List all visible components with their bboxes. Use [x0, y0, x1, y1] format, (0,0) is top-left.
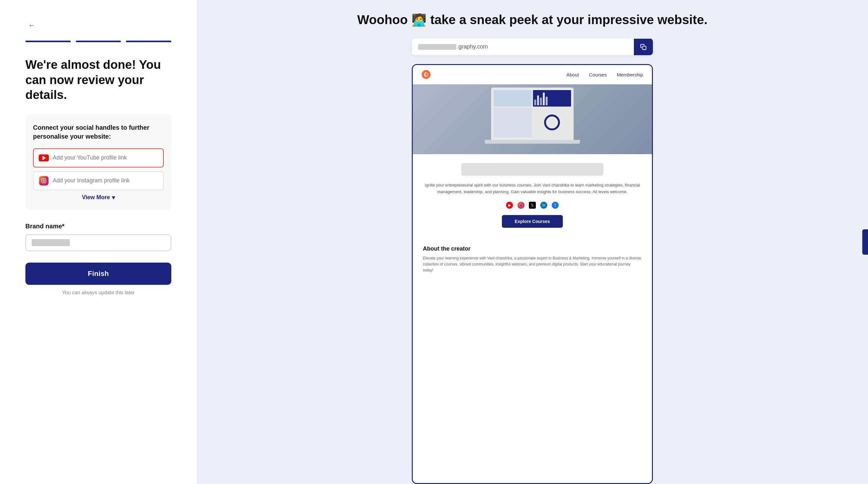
preview-x-icon: 𝕏 — [529, 202, 536, 209]
preview-about-title: About the creator — [423, 246, 642, 252]
preview-description: Ignite your entrepreneurial spirit with … — [423, 182, 642, 195]
chevron-down-icon: ▾ — [112, 194, 115, 201]
url-bar-text: .graphy.com — [412, 38, 634, 55]
laptop-base — [485, 140, 580, 144]
svg-rect-0 — [41, 179, 46, 183]
view-more-section: View More ▾ — [33, 194, 164, 201]
preview-youtube-icon: ▶ — [506, 202, 513, 209]
preview-logo — [422, 70, 431, 79]
nav-membership: Membership — [617, 72, 643, 77]
update-note: You can always update this later — [25, 290, 171, 296]
preview-inner: About Courses Membership — [413, 65, 652, 483]
svg-point-1 — [43, 180, 44, 182]
preview-linkedin-icon: in — [540, 202, 547, 209]
preview-content-section: Ignite your entrepreneurial spirit with … — [413, 154, 652, 246]
page-heading: We're almost done! You can now review yo… — [25, 57, 171, 103]
laptop-screen — [491, 88, 574, 140]
view-more-link[interactable]: View More ▾ — [82, 194, 115, 201]
youtube-input-row — [33, 149, 164, 167]
progress-step-3 — [126, 41, 171, 42]
copy-icon — [640, 44, 647, 50]
progress-bar-container — [25, 41, 171, 42]
brand-name-label: Brand name* — [25, 223, 171, 230]
preview-social-icons: ▶ ◯ 𝕏 in f — [423, 202, 642, 209]
brand-name-input-wrap — [25, 234, 171, 251]
svg-point-2 — [45, 179, 45, 180]
preview-about-text: Elevate your learning experience with Va… — [423, 255, 642, 274]
youtube-input[interactable] — [53, 155, 158, 161]
youtube-icon — [39, 153, 49, 163]
left-panel: ← We're almost done! You can now review … — [0, 0, 197, 484]
instagram-input[interactable] — [53, 177, 158, 184]
back-button[interactable]: ← — [25, 19, 38, 32]
nav-about: About — [566, 72, 579, 77]
side-tab[interactable] — [862, 229, 868, 255]
finish-button[interactable]: Finish — [25, 263, 171, 285]
url-placeholder-block — [418, 44, 456, 50]
screen-cell-4 — [533, 108, 571, 138]
nav-courses: Courses — [589, 72, 607, 77]
preview-nav-links: About Courses Membership — [566, 72, 643, 77]
circle-chart — [544, 115, 560, 130]
laptop-visual — [478, 88, 586, 151]
url-bar: .graphy.com — [412, 38, 653, 55]
preview-instagram-icon: ◯ — [518, 202, 524, 209]
instagram-input-row — [33, 171, 164, 190]
social-card-title: Connect your social handles to further p… — [33, 123, 164, 141]
progress-step-2 — [76, 41, 121, 42]
brand-name-input[interactable] — [32, 239, 165, 246]
preview-title-placeholder — [461, 163, 604, 176]
instagram-icon — [39, 176, 49, 186]
progress-step-1 — [25, 41, 71, 42]
preview-nav: About Courses Membership — [413, 65, 652, 84]
social-card: Connect your social handles to further p… — [25, 114, 171, 210]
preview-explore-button[interactable]: Explore Courses — [502, 215, 562, 228]
screen-cell-1 — [494, 90, 532, 106]
preview-about-section: About the creator Elevate your learning … — [413, 246, 652, 283]
preview-facebook-icon: f — [552, 202, 559, 209]
right-panel: Woohoo 🧑‍💻 take a sneak peek at your imp… — [197, 0, 868, 484]
copy-url-button[interactable] — [634, 39, 653, 55]
website-preview: About Courses Membership — [412, 64, 653, 484]
screen-cell-2 — [533, 90, 571, 106]
right-heading: Woohoo 🧑‍💻 take a sneak peek at your imp… — [357, 13, 708, 27]
svg-rect-3 — [643, 46, 646, 50]
screen-cell-3 — [494, 108, 532, 138]
preview-hero-image — [413, 84, 652, 154]
